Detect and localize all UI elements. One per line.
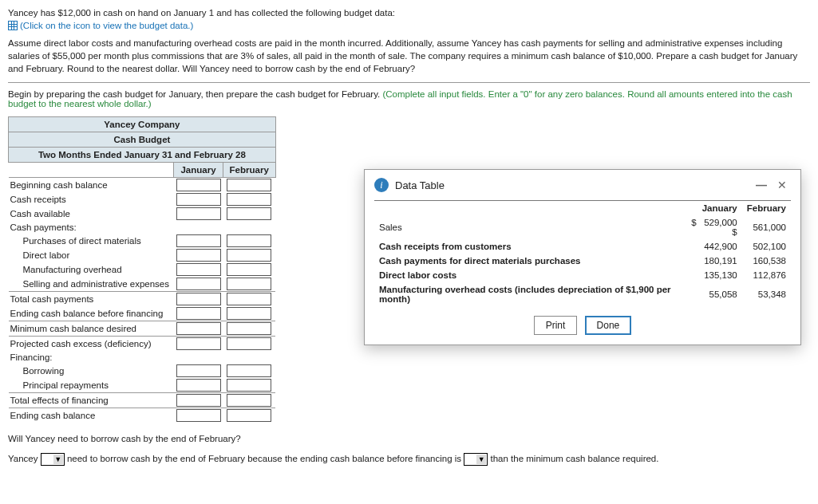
row-mfg-overhead: Manufacturing overhead xyxy=(9,262,174,277)
intro-line1: Yancey has $12,000 in cash on hand on Ja… xyxy=(8,6,810,19)
data-table: January February Sales$ 529,000 $561,000… xyxy=(374,200,791,306)
instr-black: Begin by preparing the cash budget for J… xyxy=(8,89,382,99)
blank2-select[interactable] xyxy=(464,453,488,466)
input-r17-jan[interactable] xyxy=(176,409,221,422)
view-data-text: (Click on the icon to view the budget da… xyxy=(20,19,193,32)
input-r6-jan[interactable] xyxy=(176,249,221,262)
row-principal: Principal repayments xyxy=(9,378,174,393)
input-r12-jan[interactable] xyxy=(176,337,221,350)
row-min-balance: Minimum cash balance desired xyxy=(9,321,174,336)
input-r8-feb[interactable] xyxy=(227,278,271,290)
row-cash-receipts: Cash receipts xyxy=(9,192,174,207)
view-data-link[interactable]: (Click on the icon to view the budget da… xyxy=(8,19,193,32)
grid-icon xyxy=(8,21,18,30)
input-r16-feb[interactable] xyxy=(227,394,271,407)
input-r14-feb[interactable] xyxy=(227,364,271,377)
input-r3-feb[interactable] xyxy=(227,207,271,220)
input-r10-feb[interactable] xyxy=(227,307,271,320)
dt-row-dl-cost: Direct labor costs xyxy=(374,268,680,282)
row-cash-payments-hdr: Cash payments: xyxy=(9,221,174,234)
data-table-dialog: i Data Table — ✕ January February Sales$… xyxy=(364,169,801,345)
dt-col-feb: February xyxy=(742,201,791,216)
row-borrowing: Borrowing xyxy=(9,364,174,378)
input-r17-feb[interactable] xyxy=(227,409,271,422)
minimize-button[interactable]: — xyxy=(753,179,770,191)
input-r14-jan[interactable] xyxy=(176,364,221,377)
dialog-title: Data Table xyxy=(395,179,749,191)
budget-title2: Cash Budget xyxy=(9,132,276,147)
input-r11-jan[interactable] xyxy=(176,322,221,335)
q2-pre: Yancey xyxy=(8,454,41,463)
row-ending-balance: Ending cash balance xyxy=(9,408,174,423)
row-ending-before-fin: Ending cash balance before financing xyxy=(9,306,174,321)
close-button[interactable]: ✕ xyxy=(773,179,791,191)
col-february: February xyxy=(223,162,275,177)
done-button[interactable]: Done xyxy=(585,316,632,335)
row-beginning-balance: Beginning cash balance xyxy=(9,177,174,192)
q2-fillin: Yancey need to borrow cash by the end of… xyxy=(8,453,810,466)
input-r11-feb[interactable] xyxy=(227,322,271,335)
dt-col-jan: January xyxy=(680,201,742,216)
input-r10-jan[interactable] xyxy=(176,307,221,320)
row-direct-labor: Direct labor xyxy=(9,248,174,262)
budget-title1: Yancey Company xyxy=(9,116,276,132)
input-r5-jan[interactable] xyxy=(176,234,221,247)
input-r9-jan[interactable] xyxy=(176,293,221,305)
input-r6-feb[interactable] xyxy=(227,249,271,262)
row-purchase-dm: Purchases of direct materials xyxy=(9,234,174,248)
dt-row-dm-pay: Cash payments for direct materials purch… xyxy=(374,254,680,268)
separator xyxy=(8,82,810,83)
input-r3-jan[interactable] xyxy=(176,207,221,220)
input-r15-feb[interactable] xyxy=(227,379,271,392)
cash-budget-table: Yancey Company Cash Budget Two Months En… xyxy=(8,116,276,423)
dt-row-receipts: Cash receipts from customers xyxy=(374,239,680,254)
input-r15-jan[interactable] xyxy=(176,379,221,392)
blank1-select[interactable] xyxy=(41,453,65,466)
row-cash-available: Cash available xyxy=(9,207,174,221)
row-total-payments: Total cash payments xyxy=(9,291,174,306)
instructions: Begin by preparing the cash budget for J… xyxy=(8,89,810,108)
dt-row-moh: Manufacturing overhead costs (includes d… xyxy=(374,282,680,306)
row-projected-excess: Projected cash excess (deficiency) xyxy=(9,336,174,351)
input-r7-feb[interactable] xyxy=(227,263,271,276)
col-january: January xyxy=(174,162,223,177)
input-r1-feb[interactable] xyxy=(227,179,271,191)
print-button[interactable]: Print xyxy=(534,316,578,335)
budget-title3: Two Months Ended January 31 and February… xyxy=(9,147,276,162)
row-financing-hdr: Financing: xyxy=(9,351,174,364)
info-icon: i xyxy=(374,178,389,192)
input-r7-jan[interactable] xyxy=(176,263,221,276)
input-r5-feb[interactable] xyxy=(227,234,271,247)
q2-mid: need to borrow cash by the end of Februa… xyxy=(67,454,464,463)
q2-post: than the minimum cash balance required. xyxy=(491,454,659,463)
row-total-financing: Total effects of financing xyxy=(9,392,174,408)
input-r1-jan[interactable] xyxy=(176,179,221,191)
input-r2-jan[interactable] xyxy=(176,193,221,206)
dt-row-sales: Sales xyxy=(374,215,680,239)
row-selling-admin: Selling and administrative expenses xyxy=(9,277,174,292)
q2-text: Will Yancey need to borrow cash by the e… xyxy=(8,434,810,443)
input-r9-feb[interactable] xyxy=(227,293,271,305)
input-r8-jan[interactable] xyxy=(176,278,221,290)
input-r2-feb[interactable] xyxy=(227,193,271,206)
input-r16-jan[interactable] xyxy=(176,394,221,407)
question2-block: Will Yancey need to borrow cash by the e… xyxy=(8,434,810,466)
intro-para2: Assume direct labor costs and manufactur… xyxy=(8,37,810,75)
input-r12-feb[interactable] xyxy=(227,337,271,350)
